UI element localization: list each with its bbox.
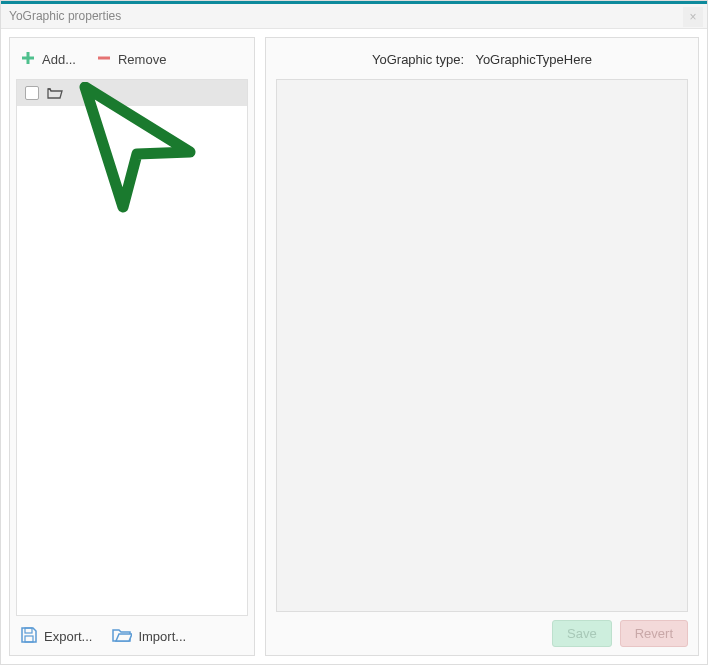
folder-import-icon: [112, 627, 132, 646]
window: YoGraphic properties × Add...: [0, 0, 708, 665]
svg-rect-1: [22, 57, 34, 60]
export-label: Export...: [44, 629, 92, 644]
type-value: YoGraphicTypeHere: [475, 52, 592, 67]
remove-button[interactable]: Remove: [96, 50, 166, 69]
plus-icon: [20, 50, 36, 69]
toolbar-top: Add... Remove: [16, 44, 248, 79]
remove-label: Remove: [118, 52, 166, 67]
close-icon: ×: [689, 10, 696, 24]
item-list: [16, 79, 248, 616]
titlebar: YoGraphic properties ×: [1, 1, 707, 29]
toolbar-bottom: Export... Import...: [16, 616, 248, 649]
folder-open-icon: [47, 86, 63, 100]
left-panel: Add... Remove: [9, 37, 255, 656]
item-checkbox[interactable]: [25, 86, 39, 100]
list-item[interactable]: [17, 80, 247, 106]
export-button[interactable]: Export...: [20, 626, 92, 647]
minus-icon: [96, 50, 112, 69]
add-label: Add...: [42, 52, 76, 67]
svg-rect-4: [25, 636, 33, 642]
type-header: YoGraphic type: YoGraphicTypeHere: [276, 44, 688, 79]
svg-rect-2: [98, 57, 110, 60]
save-disk-icon: [20, 626, 38, 647]
import-label: Import...: [138, 629, 186, 644]
revert-button[interactable]: Revert: [620, 620, 688, 647]
import-button[interactable]: Import...: [112, 627, 186, 646]
properties-area: [276, 79, 688, 612]
right-panel: YoGraphic type: YoGraphicTypeHere Save R…: [265, 37, 699, 656]
content: Add... Remove: [1, 29, 707, 664]
save-button[interactable]: Save: [552, 620, 612, 647]
close-button[interactable]: ×: [683, 7, 703, 27]
type-label: YoGraphic type:: [372, 52, 464, 67]
window-title: YoGraphic properties: [9, 9, 121, 23]
right-footer: Save Revert: [276, 612, 688, 647]
add-button[interactable]: Add...: [20, 50, 76, 69]
